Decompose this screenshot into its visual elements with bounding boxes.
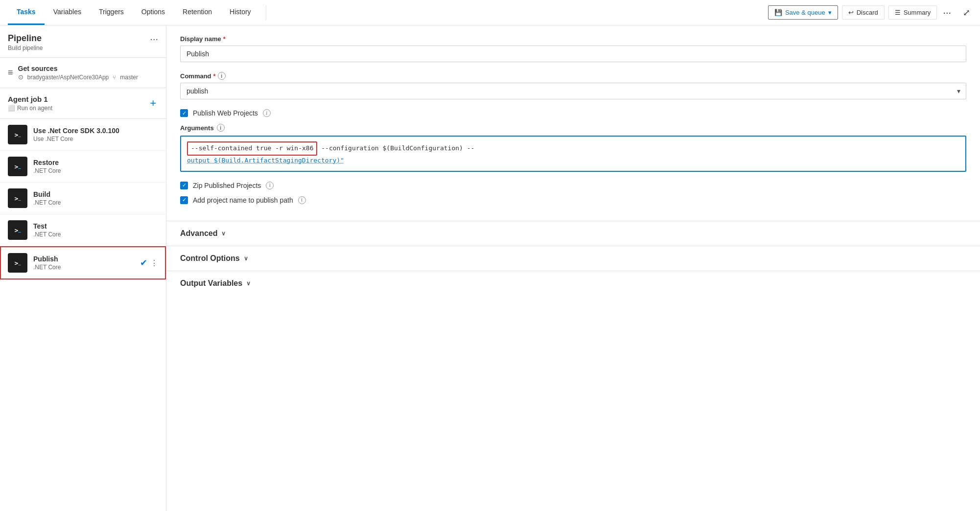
task-item-build[interactable]: >_ Build .NET Core (0, 183, 166, 214)
nav-divider (266, 5, 266, 20)
command-info-icon[interactable]: i (218, 72, 226, 80)
get-sources-title: Get sources (18, 65, 158, 72)
publish-web-projects-info-icon[interactable]: i (263, 109, 271, 117)
task-item-use-net-core[interactable]: >_ Use .Net Core SDK 3.0.100 Use .NET Co… (0, 119, 166, 151)
summary-label: Summary (904, 9, 931, 16)
pipeline-subtitle: Build pipeline (8, 45, 43, 51)
sidebar: Pipeline Build pipeline ··· ≡ Get source… (0, 25, 166, 511)
right-panel: Display name * Command * i publishbuildr… (166, 25, 980, 511)
get-sources-lines-icon: ≡ (8, 68, 13, 78)
command-select[interactable]: publishbuildrestoretestrunpack (180, 83, 966, 99)
save-icon: 💾 (774, 9, 782, 16)
task-info-test: Test .NET Core (33, 222, 158, 238)
get-sources-meta: ⊙ bradygaster/AspNetCore30App ⑂ master (18, 73, 158, 81)
agent-job-header: Agent job 1 ⬜ Run on agent + (0, 88, 166, 119)
checkbox-check-icon: ✓ (182, 110, 187, 116)
display-name-input[interactable] (180, 46, 966, 62)
task-subtitle-restore: .NET Core (33, 167, 158, 174)
task-icon-restore: >_ (8, 157, 27, 176)
arguments-label: Arguments i (180, 124, 966, 132)
discard-button[interactable]: ↩ Discard (842, 5, 885, 20)
task-title-build: Build (33, 190, 158, 198)
task-subtitle-publish: .NET Core (33, 264, 134, 271)
task-title-publish: Publish (33, 255, 134, 263)
task-icon-build: >_ (8, 188, 27, 208)
tab-retention[interactable]: Retention (174, 0, 221, 25)
display-name-label: Display name * (180, 35, 966, 43)
task-item-test[interactable]: >_ Test .NET Core (0, 214, 166, 246)
display-name-required: * (223, 35, 226, 43)
publish-dots-icon[interactable]: ⋮ (150, 258, 158, 268)
expand-button[interactable]: ⤢ (961, 5, 972, 20)
add-task-button[interactable]: + (148, 95, 158, 112)
output-variables-chevron-icon: ∨ (246, 280, 251, 287)
save-queue-label: Save & queue (785, 9, 825, 16)
agent-job-subtitle: ⬜ Run on agent (8, 105, 52, 112)
command-group: Command * i publishbuildrestoretestrunpa… (180, 72, 966, 99)
control-options-chevron-icon: ∨ (244, 255, 248, 262)
task-info-publish: Publish .NET Core (33, 255, 134, 271)
add-project-checkbox-check-icon: ✓ (182, 197, 187, 203)
task-item-publish[interactable]: >_ Publish .NET Core ✔ ⋮ (0, 246, 166, 279)
publish-web-projects-label: Publish Web Projects (193, 109, 258, 117)
save-queue-button[interactable]: 💾 Save & queue ▾ (768, 5, 838, 20)
task-title-restore: Restore (33, 159, 158, 166)
advanced-section[interactable]: Advanced ∨ (166, 221, 980, 246)
summary-icon: ☰ (895, 9, 901, 16)
add-project-name-row: ✓ Add project name to publish path i (180, 196, 966, 204)
top-nav: Tasks Variables Triggers Options Retenti… (0, 0, 980, 25)
tab-tasks[interactable]: Tasks (8, 0, 45, 25)
arguments-info-icon[interactable]: i (217, 124, 225, 132)
task-info-use-net-core: Use .Net Core SDK 3.0.100 Use .NET Core (33, 127, 158, 142)
more-options-button[interactable]: ··· (941, 5, 953, 20)
tab-options[interactable]: Options (133, 0, 174, 25)
save-dropdown-icon[interactable]: ▾ (828, 9, 832, 16)
task-info-build: Build .NET Core (33, 190, 158, 206)
command-required: * (213, 72, 216, 80)
arguments-rest-text: --configuration $(BuildConfiguration) -- (317, 144, 474, 152)
add-project-name-checkbox[interactable]: ✓ (180, 196, 188, 204)
zip-published-label: Zip Published Projects (193, 182, 261, 189)
task-title-use-net-core: Use .Net Core SDK 3.0.100 (33, 127, 158, 135)
repo-name: bradygaster/AspNetCore30App (27, 74, 109, 81)
pipeline-info: Pipeline Build pipeline (8, 33, 43, 51)
discard-label: Discard (857, 9, 878, 16)
tab-history[interactable]: History (221, 0, 260, 25)
github-icon: ⊙ (18, 73, 23, 81)
get-sources-info: Get sources ⊙ bradygaster/AspNetCore30Ap… (18, 65, 158, 81)
zip-published-checkbox[interactable]: ✓ (180, 182, 188, 189)
pipeline-header: Pipeline Build pipeline ··· (0, 25, 166, 58)
pipeline-title: Pipeline (8, 33, 43, 44)
zip-published-row: ✓ Zip Published Projects i (180, 182, 966, 189)
pipeline-more-button[interactable]: ··· (150, 33, 158, 45)
task-subtitle-build: .NET Core (33, 199, 158, 206)
task-info-restore: Restore .NET Core (33, 159, 158, 174)
summary-button[interactable]: ☰ Summary (888, 5, 937, 20)
main-content: Pipeline Build pipeline ··· ≡ Get source… (0, 25, 980, 511)
command-label: Command * i (180, 72, 966, 80)
add-project-name-info-icon[interactable]: i (298, 196, 306, 204)
task-icon-use-net-core: >_ (8, 125, 27, 144)
task-subtitle-use-net-core: Use .NET Core (33, 136, 158, 142)
command-select-wrapper: publishbuildrestoretestrunpack ▾ (180, 83, 966, 99)
zip-published-info-icon[interactable]: i (266, 182, 274, 189)
control-options-section[interactable]: Control Options ∨ (166, 246, 980, 271)
task-publish-actions: ✔ ⋮ (140, 257, 158, 268)
arguments-group: Arguments i --self-contained true -r win… (180, 124, 966, 172)
advanced-title: Advanced ∨ (180, 229, 966, 238)
nav-tabs: Tasks Variables Triggers Options Retenti… (8, 0, 260, 25)
tab-variables[interactable]: Variables (45, 0, 90, 25)
task-item-restore[interactable]: >_ Restore .NET Core (0, 151, 166, 183)
arguments-box[interactable]: --self-contained true -r win-x86 --confi… (180, 136, 966, 172)
agent-job-info: Agent job 1 ⬜ Run on agent (8, 95, 52, 112)
get-sources-item[interactable]: ≡ Get sources ⊙ bradygaster/AspNetCore30… (0, 58, 166, 88)
zip-checkbox-check-icon: ✓ (182, 182, 187, 188)
tab-triggers[interactable]: Triggers (90, 0, 133, 25)
publish-web-projects-checkbox[interactable]: ✓ (180, 109, 188, 117)
display-name-group: Display name * (180, 35, 966, 62)
output-variables-section[interactable]: Output Variables ∨ (166, 271, 980, 296)
add-project-name-label: Add project name to publish path (193, 196, 293, 204)
task-icon-test: >_ (8, 220, 27, 240)
task-icon-publish: >_ (8, 253, 27, 273)
agent-job-icon: ⬜ (8, 105, 15, 112)
